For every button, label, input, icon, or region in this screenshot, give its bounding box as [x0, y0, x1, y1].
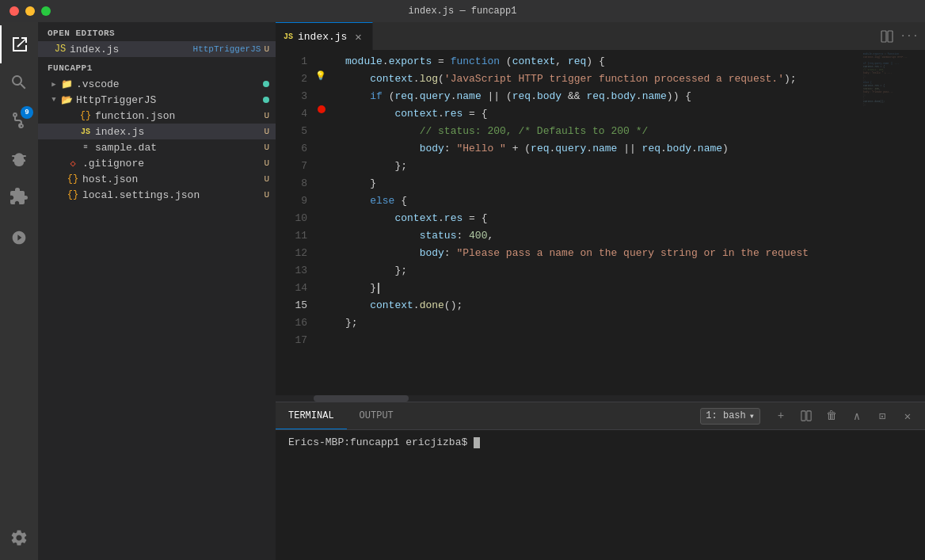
modified-indicator	[263, 81, 269, 87]
terminal-prompt: Erics-MBP:funcapp1 ericjizba$	[288, 436, 474, 448]
code-line-1: module.exports = function (context, req)…	[345, 53, 862, 70]
tree-item-vscode[interactable]: ▶ 📁 .vscode	[38, 76, 276, 92]
tree-item-gitignore[interactable]: ◇ .gitignore U	[38, 155, 276, 171]
shell-selector-label: 1: bash	[706, 410, 745, 421]
tree-item-label: sample.dat	[95, 142, 264, 154]
code-editor[interactable]: 1 2 3 4 5 6 7 8 9 10 11 12 13 14 15 16 1	[276, 50, 925, 395]
code-line-5: context.res = {	[345, 105, 862, 123]
window-title: index.js — funcapp1	[409, 6, 517, 17]
tab-label: index.js	[298, 31, 347, 43]
folder-open-icon: 📂	[60, 93, 73, 106]
code-line-9: }	[345, 175, 862, 192]
tree-item-sample-dat[interactable]: ≡ sample.dat U	[38, 139, 276, 155]
tree-item-label: .gitignore	[82, 158, 264, 170]
source-control-badge: 9	[21, 106, 33, 119]
tab-output[interactable]: OUTPUT	[347, 402, 406, 429]
code-line-17: };	[345, 314, 862, 332]
panel-controls: 1: bash ▾ + 🗑 ∧ ⊡ ✕	[687, 402, 925, 429]
code-line-12: status: 400,	[345, 227, 862, 245]
tree-item-label: index.js	[95, 126, 264, 138]
open-editor-index-js[interactable]: JS index.js HttpTriggerJS U	[38, 41, 276, 57]
sidebar-item-debug[interactable]	[0, 139, 38, 177]
kill-terminal-button[interactable]: 🗑	[820, 405, 843, 427]
chevron-down-icon: ▾	[749, 410, 755, 422]
scroll-thumb	[314, 395, 409, 402]
arrow-icon	[54, 189, 67, 201]
tree-item-modifier: U	[264, 111, 276, 120]
code-line-11: context.res = {	[345, 210, 862, 227]
maximize-traffic-light[interactable]	[41, 6, 51, 16]
code-line-7: body: "Hello " + (req.query.name || req.…	[345, 140, 862, 158]
sidebar-item-remote[interactable]	[0, 219, 38, 257]
open-editors-label: OPEN EDITORS	[38, 22, 276, 41]
main-layout: 9 OPEN EDITORS JS index.js HttpTriggerJS…	[0, 22, 925, 560]
sidebar-item-explorer[interactable]	[0, 25, 38, 63]
horizontal-scrollbar[interactable]	[276, 395, 925, 402]
more-actions-button[interactable]: ···	[900, 27, 919, 46]
tree-item-httptriggerjs[interactable]: ▼ 📂 HttpTriggerJS	[38, 92, 276, 108]
svg-rect-0	[881, 31, 886, 42]
breakpoint-area: 💡	[314, 50, 333, 395]
close-panel-button[interactable]: ✕	[896, 405, 919, 427]
tree-item-index-js[interactable]: JS index.js U	[38, 124, 276, 139]
shell-selector[interactable]: 1: bash ▾	[700, 408, 760, 425]
code-line-14: };	[345, 262, 862, 280]
folder-icon: 📁	[60, 78, 73, 90]
tab-close-button[interactable]: ✕	[352, 30, 364, 43]
arrow-icon	[54, 173, 67, 185]
sidebar-item-extensions[interactable]	[0, 177, 38, 215]
tree-item-modifier: U	[264, 143, 276, 152]
sidebar-item-search[interactable]	[0, 63, 38, 101]
code-line-6: // status: 200, /* Defaults to 200 */	[345, 123, 862, 140]
svg-rect-3	[807, 411, 811, 421]
panel-layout-button[interactable]: ⊡	[871, 405, 893, 427]
tab-index-js[interactable]: JS index.js ✕	[276, 22, 373, 50]
arrow-icon	[67, 125, 79, 138]
line-numbers: 1 2 3 4 5 6 7 8 9 10 11 12 13 14 15 16 1	[276, 50, 314, 395]
tab-terminal[interactable]: TERMINAL	[276, 402, 347, 429]
svg-rect-2	[801, 411, 805, 421]
code-line-13: body: "Please pass a name on the query s…	[345, 245, 862, 262]
tree-item-local-settings-json[interactable]: {} local.settings.json U	[38, 187, 276, 203]
tree-item-label: function.json	[95, 110, 264, 122]
close-traffic-light[interactable]	[10, 6, 19, 16]
js-file-icon: JS	[79, 125, 92, 138]
tab-output-label: OUTPUT	[360, 410, 394, 421]
cursor	[378, 283, 379, 294]
sidebar: OPEN EDITORS JS index.js HttpTriggerJS U…	[38, 22, 276, 560]
maximize-panel-button[interactable]: ∧	[846, 405, 868, 427]
minimize-traffic-light[interactable]	[25, 6, 35, 16]
json-file-icon: {}	[67, 189, 79, 201]
tree-item-host-json[interactable]: {} host.json U	[38, 171, 276, 187]
add-terminal-button[interactable]: +	[770, 405, 792, 427]
lightbulb-icon: 💡	[315, 70, 326, 81]
split-terminal-button[interactable]	[795, 405, 817, 427]
traffic-lights	[10, 6, 51, 16]
tree-item-modifier: U	[264, 190, 276, 200]
js-file-icon: JS	[54, 43, 67, 55]
modified-indicator	[263, 97, 269, 103]
code-line-4: if (req.query.name || (req.body && req.b…	[345, 88, 862, 105]
tree-item-function-json[interactable]: {} function.json U	[38, 108, 276, 124]
tree-item-modifier: U	[264, 158, 276, 168]
code-lines[interactable]: module.exports = function (context, req)…	[333, 50, 862, 395]
funcapp1-label: FUNCAPP1	[38, 57, 276, 76]
open-editor-context: HttpTriggerJS	[193, 44, 261, 54]
tree-item-label: host.json	[82, 173, 264, 185]
json-file-icon: {}	[79, 109, 92, 122]
split-editor-button[interactable]	[877, 27, 896, 46]
terminal-content[interactable]: Erics-MBP:funcapp1 ericjizba$	[276, 430, 925, 560]
minimap: module.exports = function context.log('J…	[862, 50, 925, 395]
arrow-icon	[67, 109, 79, 122]
settings-icon[interactable]	[0, 522, 38, 560]
sidebar-item-source-control[interactable]: 9	[0, 101, 38, 139]
activity-bar: 9	[0, 22, 38, 560]
code-content: 1 2 3 4 5 6 7 8 9 10 11 12 13 14 15 16 1	[276, 50, 925, 395]
arrow-icon	[67, 141, 79, 154]
editor-area: JS index.js ✕ ··· 1 2 3 4 5	[276, 22, 925, 560]
tab-actions: ···	[871, 22, 925, 50]
code-line-16: context.done();	[345, 297, 862, 314]
tree-item-modifier: U	[264, 127, 276, 136]
tree-item-label: local.settings.json	[82, 189, 264, 201]
dat-file-icon: ≡	[79, 141, 92, 154]
